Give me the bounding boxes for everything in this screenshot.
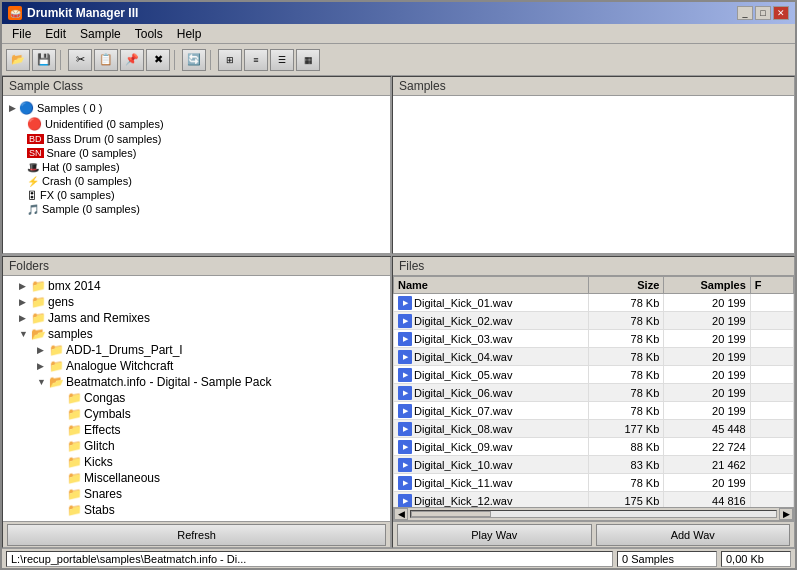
folder-glitch[interactable]: 📁 Glitch bbox=[5, 438, 388, 454]
table-row[interactable]: ▶ Digital_Kick_07.wav 78 Kb 20 199 bbox=[394, 402, 794, 420]
play-wav-button[interactable]: Play Wav bbox=[397, 524, 592, 546]
folder-beatmatch[interactable]: ▼ 📂 Beatmatch.info - Digital - Sample Pa… bbox=[5, 374, 388, 390]
col-samples[interactable]: Samples bbox=[664, 277, 750, 294]
h-scroll-left[interactable]: ◀ bbox=[394, 508, 408, 520]
folder-label-13: Miscellaneous bbox=[84, 471, 160, 485]
table-row[interactable]: ▶ Digital_Kick_09.wav 88 Kb 22 724 bbox=[394, 438, 794, 456]
file-f-cell bbox=[750, 474, 793, 492]
view-button-2[interactable]: ≡ bbox=[244, 49, 268, 71]
sample-class-fx[interactable]: 🎛 FX (0 samples) bbox=[25, 188, 386, 202]
samples-content bbox=[393, 96, 794, 253]
folder-analogue[interactable]: ▶ 📁 Analogue Witchcraft bbox=[5, 358, 388, 374]
h-scroll-track[interactable] bbox=[410, 510, 777, 518]
file-samples-cell: 20 199 bbox=[664, 474, 750, 492]
file-size-cell: 78 Kb bbox=[588, 312, 664, 330]
menu-tools[interactable]: Tools bbox=[129, 26, 169, 41]
snare-label: Snare (0 samples) bbox=[47, 147, 137, 159]
menu-sample[interactable]: Sample bbox=[74, 26, 127, 41]
sample-class-snare[interactable]: SN Snare (0 samples) bbox=[25, 146, 386, 160]
table-row[interactable]: ▶ Digital_Kick_05.wav 78 Kb 20 199 bbox=[394, 366, 794, 384]
files-panel: Files Name Size Samples F bbox=[392, 256, 795, 548]
h-scroll-thumb[interactable] bbox=[411, 511, 491, 517]
folder-snares[interactable]: 📁 Snares bbox=[5, 486, 388, 502]
sample-class-sample[interactable]: 🎵 Sample (0 samples) bbox=[25, 202, 386, 216]
file-name-cell: ▶ Digital_Kick_10.wav bbox=[394, 456, 589, 474]
table-row[interactable]: ▶ Digital_Kick_08.wav 177 Kb 45 448 bbox=[394, 420, 794, 438]
folder-add1[interactable]: ▶ 📁 ADD-1_Drums_Part_I bbox=[5, 342, 388, 358]
folder-icon-13: 📁 bbox=[67, 471, 82, 485]
folder-cymbals[interactable]: 📁 Cymbals bbox=[5, 406, 388, 422]
save-button[interactable]: 💾 bbox=[32, 49, 56, 71]
col-size[interactable]: Size bbox=[588, 277, 664, 294]
table-row[interactable]: ▶ Digital_Kick_03.wav 78 Kb 20 199 bbox=[394, 330, 794, 348]
file-samples-cell: 20 199 bbox=[664, 348, 750, 366]
folder-bmx2014[interactable]: ▶ 📁 bmx 2014 bbox=[5, 278, 388, 294]
wav-icon: ▶ bbox=[398, 422, 412, 436]
table-row[interactable]: ▶ Digital_Kick_01.wav 78 Kb 20 199 bbox=[394, 294, 794, 312]
table-row[interactable]: ▶ Digital_Kick_06.wav 78 Kb 20 199 bbox=[394, 384, 794, 402]
file-size-cell: 78 Kb bbox=[588, 330, 664, 348]
folder-icon-3: 📁 bbox=[31, 311, 46, 325]
folder-misc[interactable]: 📁 Miscellaneous bbox=[5, 470, 388, 486]
open-button[interactable]: 📂 bbox=[6, 49, 30, 71]
col-f[interactable]: F bbox=[750, 277, 793, 294]
folder-label-9: Cymbals bbox=[84, 407, 131, 421]
table-row[interactable]: ▶ Digital_Kick_10.wav 83 Kb 21 462 bbox=[394, 456, 794, 474]
sample-class-unidentified[interactable]: 🔴 Unidentified (0 samples) bbox=[25, 116, 386, 132]
h-scrollbar[interactable]: ◀ ▶ bbox=[393, 507, 794, 521]
table-row[interactable]: ▶ Digital_Kick_02.wav 78 Kb 20 199 bbox=[394, 312, 794, 330]
file-samples-cell: 21 462 bbox=[664, 456, 750, 474]
sample-tree[interactable]: ▶ 🔵 Samples ( 0 ) 🔴 Unidentified (0 samp… bbox=[3, 96, 390, 253]
refresh-button[interactable]: 🔄 bbox=[182, 49, 206, 71]
paste-button[interactable]: 📌 bbox=[120, 49, 144, 71]
view-button-4[interactable]: ▦ bbox=[296, 49, 320, 71]
file-size-cell: 88 Kb bbox=[588, 438, 664, 456]
sample-icon: 🎵 bbox=[27, 204, 39, 215]
tree-children: 🔴 Unidentified (0 samples) BD Bass Drum … bbox=[7, 116, 386, 216]
view-button-1[interactable]: ⊞ bbox=[218, 49, 242, 71]
folder-samples[interactable]: ▼ 📂 samples bbox=[5, 326, 388, 342]
sample-class-crash[interactable]: ⚡ Crash (0 samples) bbox=[25, 174, 386, 188]
menu-help[interactable]: Help bbox=[171, 26, 208, 41]
folder-kicks[interactable]: 📁 Kicks bbox=[5, 454, 388, 470]
folder-gens[interactable]: ▶ 📁 gens bbox=[5, 294, 388, 310]
copy-button[interactable]: 📋 bbox=[94, 49, 118, 71]
folder-icon-9: 📁 bbox=[67, 407, 82, 421]
view-button-3[interactable]: ☰ bbox=[270, 49, 294, 71]
tree-root-item[interactable]: ▶ 🔵 Samples ( 0 ) bbox=[7, 100, 386, 116]
refresh-button[interactable]: Refresh bbox=[7, 524, 386, 546]
col-name[interactable]: Name bbox=[394, 277, 589, 294]
folder-tree[interactable]: ▶ 📁 bmx 2014 ▶ 📁 gens ▶ 📁 Jams an bbox=[3, 276, 390, 521]
maximize-button[interactable]: □ bbox=[755, 6, 771, 20]
table-row[interactable]: ▶ Digital_Kick_12.wav 175 Kb 44 816 bbox=[394, 492, 794, 508]
table-row[interactable]: ▶ Digital_Kick_04.wav 78 Kb 20 199 bbox=[394, 348, 794, 366]
cut-button[interactable]: ✂ bbox=[68, 49, 92, 71]
table-row[interactable]: ▶ Digital_Kick_11.wav 78 Kb 20 199 bbox=[394, 474, 794, 492]
h-scroll-right[interactable]: ▶ bbox=[779, 508, 793, 520]
file-samples-cell: 45 448 bbox=[664, 420, 750, 438]
minimize-button[interactable]: _ bbox=[737, 6, 753, 20]
folder-label-4: samples bbox=[48, 327, 93, 341]
menu-file[interactable]: File bbox=[6, 26, 37, 41]
sample-class-bass-drum[interactable]: BD Bass Drum (0 samples) bbox=[25, 132, 386, 146]
sample-class-hat[interactable]: 🎩 Hat (0 samples) bbox=[25, 160, 386, 174]
folder-stabs[interactable]: 📁 Stabs bbox=[5, 502, 388, 518]
folder-congas[interactable]: 📁 Congas bbox=[5, 390, 388, 406]
file-f-cell bbox=[750, 294, 793, 312]
app-icon: 🥁 bbox=[8, 6, 22, 20]
add-wav-button[interactable]: Add Wav bbox=[596, 524, 791, 546]
toolbar-separator-1 bbox=[60, 50, 64, 70]
expand-icon-3: ▶ bbox=[19, 313, 29, 323]
file-f-cell bbox=[750, 456, 793, 474]
folder-effects[interactable]: 📁 Effects bbox=[5, 422, 388, 438]
files-table-container[interactable]: Name Size Samples F ▶ Digital_Kick_01.wa… bbox=[393, 276, 794, 507]
file-name-cell: ▶ Digital_Kick_04.wav bbox=[394, 348, 589, 366]
file-name-cell: ▶ Digital_Kick_05.wav bbox=[394, 366, 589, 384]
title-bar: 🥁 Drumkit Manager III _ □ ✕ bbox=[2, 2, 795, 24]
folder-jams[interactable]: ▶ 📁 Jams and Remixes bbox=[5, 310, 388, 326]
delete-button[interactable]: ✖ bbox=[146, 49, 170, 71]
menu-edit[interactable]: Edit bbox=[39, 26, 72, 41]
close-button[interactable]: ✕ bbox=[773, 6, 789, 20]
menu-bar: File Edit Sample Tools Help bbox=[2, 24, 795, 44]
main-content: Sample Class ▶ 🔵 Samples ( 0 ) 🔴 Unident… bbox=[2, 76, 795, 548]
